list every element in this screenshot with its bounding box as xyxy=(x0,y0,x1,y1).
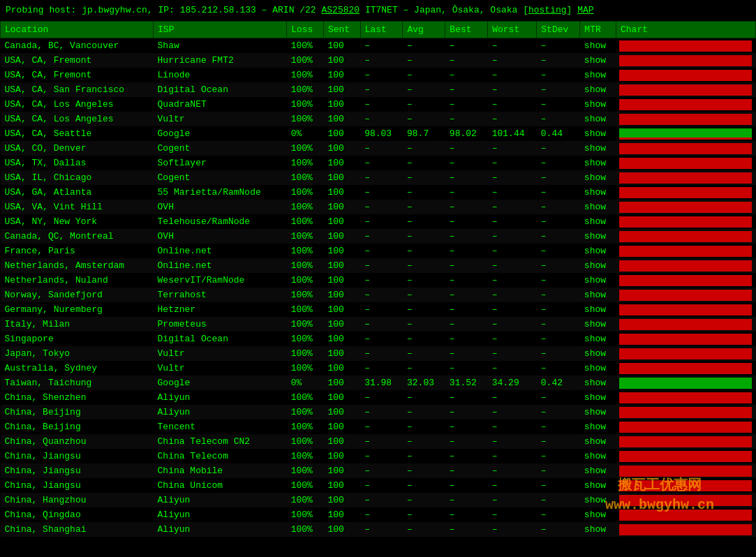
cell-mtr[interactable]: show xyxy=(580,317,616,332)
cell-loss: 100% xyxy=(287,463,324,478)
cell-stdev: – xyxy=(537,185,580,200)
cell-loss: 0% xyxy=(287,126,324,141)
cell-worst: – xyxy=(488,507,537,522)
cell-mtr[interactable]: show xyxy=(580,434,616,449)
cell-mtr[interactable]: show xyxy=(580,185,616,200)
cell-avg: – xyxy=(403,361,445,376)
map-link[interactable]: MAP xyxy=(577,5,593,15)
cell-avg: – xyxy=(403,493,445,507)
cell-mtr[interactable]: show xyxy=(580,82,616,97)
cell-isp: Online.net xyxy=(154,244,287,258)
cell-worst: – xyxy=(488,332,537,346)
cell-loss: 100% xyxy=(287,112,324,126)
cell-location: China, Jiangsu xyxy=(1,478,154,493)
cell-location: Germany, Nuremberg xyxy=(1,302,154,317)
cell-isp: Digital Ocean xyxy=(154,82,287,97)
cell-sent: 100 xyxy=(323,302,360,317)
cell-mtr[interactable]: show xyxy=(580,376,616,390)
cell-mtr[interactable]: show xyxy=(580,493,616,507)
cell-loss: 100% xyxy=(287,53,324,68)
as-link[interactable]: AS25820 xyxy=(321,5,360,15)
cell-mtr[interactable]: show xyxy=(580,273,616,288)
cell-mtr[interactable]: show xyxy=(580,361,616,376)
cell-mtr[interactable]: show xyxy=(580,302,616,317)
cell-mtr[interactable]: show xyxy=(580,478,616,493)
cell-best: 31.52 xyxy=(445,376,488,390)
cell-sent: 100 xyxy=(323,419,360,434)
table-row: USA, CA, San FranciscoDigital Ocean100%1… xyxy=(1,82,756,97)
cell-last: – xyxy=(360,507,403,522)
cell-mtr[interactable]: show xyxy=(580,405,616,419)
cell-last: – xyxy=(360,522,403,537)
cell-location: USA, CA, Fremont xyxy=(1,53,154,68)
cell-mtr[interactable]: show xyxy=(580,229,616,244)
cell-mtr[interactable]: show xyxy=(580,170,616,185)
cell-loss: 100% xyxy=(287,288,324,302)
table-row: Netherlands, AmsterdamOnline.net100%100–… xyxy=(1,258,756,273)
cell-mtr[interactable]: show xyxy=(580,38,616,54)
cell-stdev: – xyxy=(537,68,580,82)
cell-worst: – xyxy=(488,170,537,185)
cell-loss: 100% xyxy=(287,522,324,537)
cell-mtr[interactable]: show xyxy=(580,463,616,478)
cell-chart xyxy=(616,522,756,537)
cell-stdev: – xyxy=(537,156,580,170)
cell-isp: China Unicom xyxy=(154,478,287,493)
cell-location: USA, CA, Los Angeles xyxy=(1,112,154,126)
hosting-link[interactable]: hosting xyxy=(528,5,567,15)
cell-mtr[interactable]: show xyxy=(580,214,616,229)
cell-best: – xyxy=(445,258,488,273)
cell-mtr[interactable]: show xyxy=(580,53,616,68)
cell-mtr[interactable]: show xyxy=(580,258,616,273)
cell-chart xyxy=(616,419,756,434)
cell-isp: China Mobile xyxy=(154,463,287,478)
cell-mtr[interactable]: show xyxy=(580,244,616,258)
cell-mtr[interactable]: show xyxy=(580,332,616,346)
cell-sent: 100 xyxy=(323,522,360,537)
cell-mtr[interactable]: show xyxy=(580,390,616,405)
cell-loss: 100% xyxy=(287,156,324,170)
cell-last: – xyxy=(360,493,403,507)
cell-chart xyxy=(616,112,756,126)
cell-chart xyxy=(616,214,756,229)
table-row: USA, CA, Los AngelesVultr100%100–––––sho… xyxy=(1,112,756,126)
cell-best: – xyxy=(445,288,488,302)
cell-sent: 100 xyxy=(323,214,360,229)
cell-stdev: – xyxy=(537,229,580,244)
cell-best: – xyxy=(445,38,488,54)
cell-location: Netherlands, Nuland xyxy=(1,273,154,288)
cell-mtr[interactable]: show xyxy=(580,522,616,537)
cell-loss: 100% xyxy=(287,141,324,156)
cell-mtr[interactable]: show xyxy=(580,288,616,302)
cell-mtr[interactable]: show xyxy=(580,507,616,522)
cell-avg: – xyxy=(403,434,445,449)
cell-stdev: 0.44 xyxy=(537,126,580,141)
cell-mtr[interactable]: show xyxy=(580,97,616,112)
cell-last: – xyxy=(360,53,403,68)
cell-mtr[interactable]: show xyxy=(580,126,616,141)
cell-mtr[interactable]: show xyxy=(580,419,616,434)
cell-loss: 100% xyxy=(287,332,324,346)
cell-best: – xyxy=(445,156,488,170)
cell-isp: Aliyun xyxy=(154,507,287,522)
cell-isp: Hetzner xyxy=(154,302,287,317)
cell-mtr[interactable]: show xyxy=(580,68,616,82)
cell-sent: 100 xyxy=(323,463,360,478)
cell-avg: – xyxy=(403,449,445,463)
cell-location: Taiwan, Taichung xyxy=(1,376,154,390)
cell-chart xyxy=(616,376,756,390)
cell-mtr[interactable]: show xyxy=(580,449,616,463)
cell-mtr[interactable]: show xyxy=(580,346,616,361)
col-chart: Chart xyxy=(616,22,756,38)
cell-stdev: – xyxy=(537,97,580,112)
cell-mtr[interactable]: show xyxy=(580,200,616,214)
cell-avg: – xyxy=(403,214,445,229)
cell-best: – xyxy=(445,112,488,126)
cell-mtr[interactable]: show xyxy=(580,141,616,156)
table-header-row: Location ISP Loss Sent Last Avg Best Wor… xyxy=(1,22,756,38)
cell-mtr[interactable]: show xyxy=(580,112,616,126)
cell-stdev: – xyxy=(537,419,580,434)
cell-mtr[interactable]: show xyxy=(580,156,616,170)
cell-location: USA, CA, Fremont xyxy=(1,68,154,82)
cell-last: – xyxy=(360,200,403,214)
